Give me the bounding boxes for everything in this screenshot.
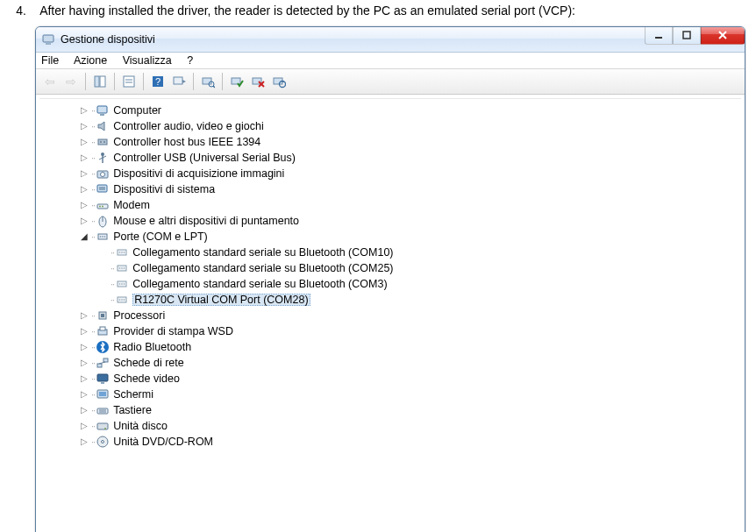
tree-node[interactable]: ··R1270C Virtual COM Port (COM28) — [41, 292, 741, 308]
svg-rect-13 — [174, 77, 182, 84]
help-button[interactable]: ? — [148, 72, 168, 91]
expand-icon[interactable]: ▷ — [78, 404, 90, 416]
maximize-button[interactable] — [673, 26, 701, 45]
toolbar: ⇦ ⇨ ? — [36, 69, 745, 95]
tree-node[interactable]: ··Collegamento standard seriale su Bluet… — [41, 245, 741, 260]
tree-node[interactable]: ▷··Controller audio, video e giochi — [41, 118, 741, 134]
enable-device-button[interactable] — [227, 72, 246, 91]
tree-node[interactable]: ▷··Schede di rete — [41, 355, 741, 371]
svg-rect-69 — [97, 364, 102, 367]
tree-node-label: Collegamento standard seriale su Bluetoo… — [132, 263, 393, 274]
svg-marker-14 — [182, 80, 186, 83]
svg-point-57 — [119, 283, 121, 285]
toolbar-separator — [222, 73, 223, 90]
svg-rect-25 — [97, 106, 107, 113]
svg-rect-72 — [97, 374, 108, 381]
tree-panel[interactable]: ▷··Computer▷··Controller audio, video e … — [39, 98, 741, 528]
port-icon — [115, 261, 129, 275]
tree-node[interactable]: ▷··Mouse e altri dispositivi di puntamen… — [41, 213, 741, 229]
svg-point-29 — [100, 141, 102, 143]
tree-node[interactable]: ▷··Schede video — [41, 371, 741, 387]
minimize-button[interactable] — [645, 26, 673, 45]
titlebar[interactable]: Gestione dispositivi — [36, 27, 745, 53]
cpu-icon — [96, 309, 110, 323]
expand-icon[interactable]: ▷ — [78, 215, 90, 227]
expand-icon[interactable]: ▷ — [78, 199, 90, 211]
menu-action[interactable]: Azione — [74, 54, 107, 67]
tree-node[interactable]: ▷··Dispositivi di acquisizione immagini — [41, 166, 741, 181]
tree-node[interactable]: ▷··Controller USB (Universal Serial Bus) — [41, 150, 741, 166]
nav-forward-button[interactable]: ⇨ — [61, 72, 81, 91]
tree-node[interactable]: ▷··Dispositivi di sistema — [41, 181, 741, 197]
close-button[interactable] — [701, 26, 745, 45]
ieee-icon — [96, 135, 110, 149]
expand-icon[interactable]: ▷ — [78, 357, 90, 369]
svg-rect-0 — [43, 35, 53, 42]
tree-node-label: Processori — [113, 310, 165, 322]
svg-point-82 — [102, 441, 104, 443]
expand-icon[interactable]: ▷ — [78, 136, 90, 148]
update-driver-button[interactable] — [269, 72, 289, 91]
ports-icon — [96, 230, 110, 244]
svg-point-49 — [119, 252, 121, 253]
window-controls — [645, 26, 745, 45]
tree-node[interactable]: ▷··Controller host bus IEEE 1394 — [41, 134, 741, 150]
tree-node-label: Schermi — [113, 389, 153, 401]
expand-icon[interactable]: ▷ — [78, 341, 90, 353]
scan-hardware-button[interactable] — [198, 72, 218, 91]
svg-point-40 — [99, 206, 101, 208]
tree-connector-icon — [97, 262, 110, 274]
svg-rect-70 — [103, 358, 108, 362]
display-icon — [96, 372, 110, 386]
tree-node[interactable]: ▷··Unità disco — [41, 418, 741, 434]
expand-icon[interactable]: ▷ — [78, 120, 90, 132]
tree-node[interactable]: ▷··Modem — [41, 197, 741, 213]
window-title: Gestione dispositivi — [61, 33, 155, 46]
menu-help[interactable]: ? — [187, 54, 193, 67]
uninstall-device-button[interactable] — [248, 72, 267, 91]
monitor-icon — [96, 387, 110, 401]
tree-node-label: Controller audio, video e giochi — [113, 121, 264, 132]
expand-icon[interactable]: ▷ — [78, 309, 90, 322]
expand-icon[interactable]: ▷ — [78, 436, 90, 448]
tree-node-label: Collegamento standard seriale su Bluetoo… — [132, 247, 393, 259]
menu-file[interactable]: File — [41, 54, 59, 67]
port-icon — [115, 277, 129, 291]
expand-icon[interactable]: ▷ — [78, 388, 90, 401]
expand-icon[interactable]: ▷ — [78, 152, 90, 164]
tree-node[interactable]: ··Collegamento standard seriale su Bluet… — [41, 260, 741, 276]
expand-icon[interactable]: ▷ — [78, 167, 90, 180]
computer-icon — [96, 103, 110, 117]
tree-node[interactable]: ▷··Unità DVD/CD-ROM — [41, 434, 741, 450]
tree-node-label: Dispositivi di acquisizione immagini — [113, 168, 284, 180]
tree-node[interactable]: ··Collegamento standard seriale su Bluet… — [41, 276, 741, 292]
svg-point-36 — [101, 173, 105, 177]
device-manager-window: Gestione dispositivi File Azione Visuali… — [35, 26, 745, 532]
sound-icon — [96, 119, 110, 133]
nav-back-button[interactable]: ⇦ — [40, 72, 60, 91]
tree-node[interactable]: ▷··Radio Bluetooth — [41, 339, 741, 355]
expand-icon[interactable]: ▷ — [78, 325, 90, 337]
expand-icon[interactable]: ▷ — [78, 183, 90, 195]
port-icon — [115, 293, 129, 307]
action-button[interactable] — [169, 72, 189, 91]
svg-rect-67 — [100, 327, 105, 330]
tree-node-label: Dispositivi di sistema — [113, 184, 215, 195]
expand-icon[interactable]: ▷ — [78, 420, 90, 432]
svg-point-63 — [124, 299, 125, 301]
expand-icon[interactable]: ▷ — [78, 372, 90, 385]
menu-view[interactable]: Visualizza — [123, 54, 172, 67]
properties-button[interactable] — [119, 72, 139, 91]
show-hide-tree-button[interactable] — [90, 72, 110, 91]
expand-icon[interactable]: ▷ — [78, 104, 90, 117]
toolbar-separator — [193, 73, 194, 90]
tree-node[interactable]: ▷··Processori — [41, 308, 741, 323]
tree-node[interactable]: ▷··Schermi — [41, 387, 741, 402]
tree-node[interactable]: ▷··Provider di stampa WSD — [41, 323, 741, 339]
svg-rect-3 — [683, 32, 690, 39]
sysdev-icon — [96, 182, 110, 196]
tree-node[interactable]: ▷··Computer — [41, 103, 741, 118]
tree-node[interactable]: ▷··Tastiere — [41, 402, 741, 418]
collapse-icon[interactable]: ◢ — [78, 231, 90, 243]
tree-node[interactable]: ◢··Porte (COM e LPT) — [41, 229, 741, 245]
